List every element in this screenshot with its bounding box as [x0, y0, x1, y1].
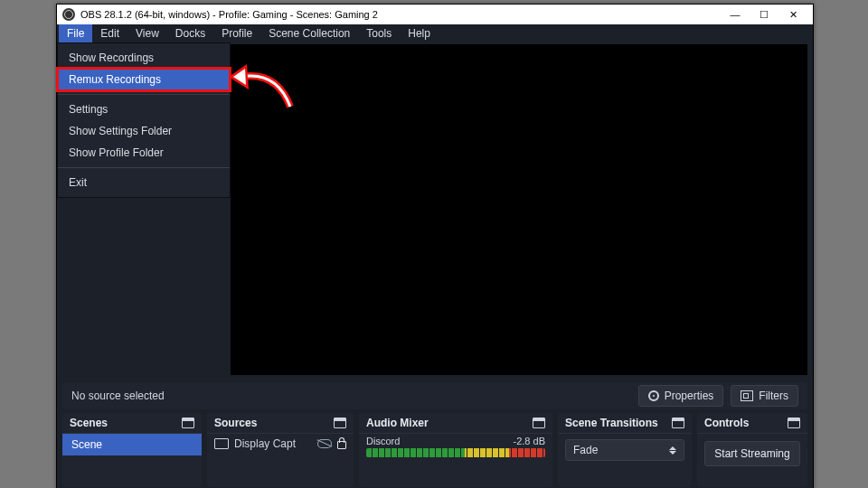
source-toolbar: No source selected Properties Filters [62, 382, 807, 409]
dock-icon[interactable] [533, 418, 545, 428]
scenes-title: Scenes [70, 417, 108, 429]
transitions-panel: Scene Transitions Fade [558, 413, 692, 487]
source-label: Display Capt [234, 437, 312, 450]
scene-item[interactable]: Scene [62, 434, 202, 455]
transition-select[interactable]: Fade [565, 439, 684, 461]
transitions-header: Scene Transitions [558, 413, 692, 434]
obs-window: OBS 28.1.2 (64-bit, windows) - Profile: … [56, 4, 814, 488]
filters-button[interactable]: Filters [731, 385, 798, 407]
track-level: -2.8 dB [514, 436, 545, 446]
menu-remux-recordings[interactable]: Remux Recordings [58, 69, 230, 90]
sources-panel: Sources Display Capt [207, 413, 354, 487]
menu-profile[interactable]: Profile [213, 24, 260, 42]
start-streaming-button[interactable]: Start Streaming [704, 441, 800, 466]
window-title: OBS 28.1.2 (64-bit, windows) - Profile: … [80, 9, 721, 20]
properties-label: Properties [665, 389, 714, 402]
transitions-title: Scene Transitions [565, 417, 658, 429]
menu-show-recordings[interactable]: Show Recordings [58, 47, 230, 69]
visibility-icon[interactable] [317, 439, 332, 448]
menu-show-settings-folder[interactable]: Show Settings Folder [58, 120, 230, 142]
close-button[interactable]: ✕ [778, 5, 807, 24]
menu-docks[interactable]: Docks [167, 24, 213, 42]
preview-area[interactable] [231, 44, 807, 375]
properties-button[interactable]: Properties [638, 385, 724, 407]
menu-separator [58, 94, 230, 95]
lock-icon[interactable] [337, 441, 346, 449]
transition-value: Fade [573, 444, 598, 456]
audio-mixer-panel: Audio Mixer Discord-2.8 dB [359, 413, 552, 487]
menu-tools[interactable]: Tools [358, 24, 400, 42]
minimize-button[interactable]: — [721, 5, 750, 24]
dock-panels: Scenes Scene Sources Display Capt Audio … [62, 413, 807, 487]
dock-icon[interactable] [334, 418, 346, 428]
sources-header: Sources [207, 413, 354, 434]
audio-meter [366, 448, 545, 457]
menu-show-profile-folder[interactable]: Show Profile Folder [58, 142, 230, 164]
mixer-header: Audio Mixer [359, 413, 552, 434]
filters-label: Filters [759, 389, 788, 402]
dock-icon[interactable] [182, 418, 194, 428]
maximize-button[interactable]: ☐ [750, 5, 778, 24]
obs-logo-icon [62, 8, 75, 21]
menu-file[interactable]: File [59, 24, 92, 42]
menu-view[interactable]: View [127, 24, 167, 42]
gear-icon [648, 390, 659, 401]
controls-title: Controls [704, 417, 749, 429]
mixer-title: Audio Mixer [366, 417, 429, 429]
menu-separator [58, 167, 230, 168]
scenes-header: Scenes [62, 413, 202, 434]
file-dropdown: Show Recordings Remux Recordings Setting… [57, 42, 231, 198]
no-source-label: No source selected [71, 389, 631, 402]
updown-icon [669, 446, 676, 455]
title-bar: OBS 28.1.2 (64-bit, windows) - Profile: … [57, 5, 813, 24]
menu-help[interactable]: Help [400, 24, 439, 42]
source-item[interactable]: Display Capt [207, 434, 354, 454]
controls-panel: Controls Start Streaming [697, 413, 807, 487]
filters-icon [741, 390, 753, 401]
menu-exit[interactable]: Exit [58, 172, 230, 193]
dock-icon[interactable] [672, 418, 684, 428]
mixer-track: Discord-2.8 dB [359, 434, 552, 459]
menu-edit[interactable]: Edit [92, 24, 127, 42]
menu-settings[interactable]: Settings [58, 99, 230, 120]
scenes-panel: Scenes Scene [62, 413, 202, 487]
controls-header: Controls [697, 413, 807, 434]
display-icon [214, 438, 229, 449]
track-name: Discord [366, 436, 400, 446]
sources-title: Sources [214, 417, 257, 429]
menu-bar: File Edit View Docks Profile Scene Colle… [57, 24, 813, 42]
menu-scene-collection[interactable]: Scene Collection [260, 24, 358, 42]
dock-icon[interactable] [788, 418, 800, 428]
